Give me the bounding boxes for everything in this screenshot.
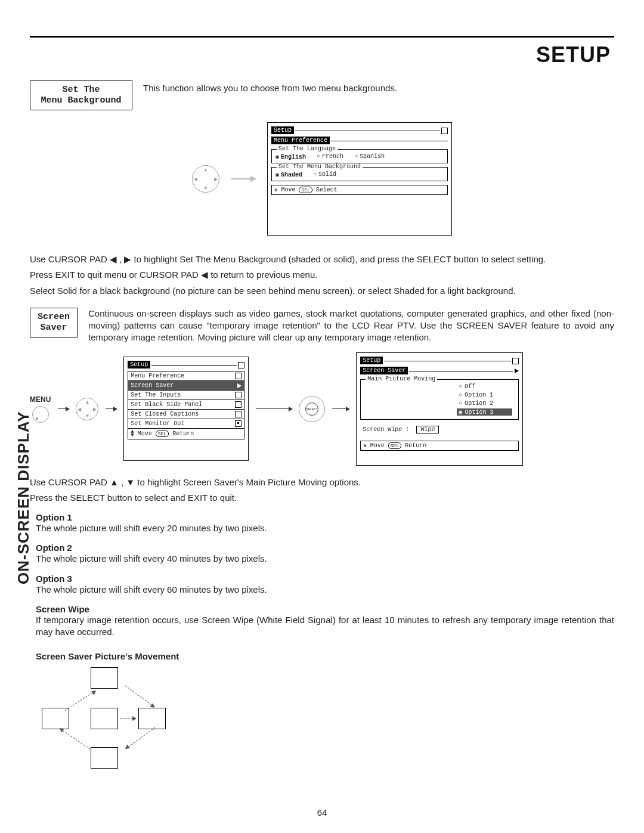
label-line: Set The (36, 85, 126, 95)
list-item[interactable]: Screen Saver (128, 381, 244, 391)
page-number: 64 (317, 807, 327, 817)
item-label: Set Monitor Out (131, 420, 184, 427)
section2-desc: Continuous on-screen displays such as vi… (88, 308, 614, 344)
screen-title: Setup (360, 357, 383, 364)
arrow-icon (231, 178, 255, 179)
movement-heading: Screen Saver Picture's Movement (36, 651, 614, 661)
arrow-icon (126, 727, 155, 749)
menu-label: MENU (30, 395, 51, 404)
body-text: Press EXIT to quit menu or CURSOR PAD ◀ … (30, 269, 614, 281)
sel-icon: SEL (156, 431, 169, 437)
movement-box (91, 708, 118, 729)
top-rule (30, 36, 614, 38)
option1-text: The whole picture will shift every 20 mi… (36, 522, 614, 534)
hint-bar: ▲▼ Move SEL Return (128, 429, 244, 439)
move-icon: ✥ (363, 442, 366, 449)
cursor-pad-icon: ▲▼ ◀▶ (192, 165, 219, 193)
item-label: Set Black Side Panel (131, 401, 202, 408)
chevron-right-icon (237, 383, 242, 388)
option-english[interactable]: English (275, 153, 306, 160)
screen-subtitle: Menu Preference (271, 137, 330, 144)
arrow-icon (332, 408, 349, 409)
option1-heading: Option 1 (36, 512, 614, 522)
body-text: Select Solid for a black background (no … (30, 285, 614, 297)
option-off[interactable]: Off (459, 383, 512, 390)
list-item[interactable]: Set Closed Captions (128, 410, 244, 419)
hint-return: Return (405, 442, 426, 449)
arrow-icon (60, 729, 90, 750)
square-icon (235, 420, 242, 427)
select-button-icon: SELECT (299, 396, 325, 422)
tv-screen-menu-preference: Setup Menu Preference Set The Language E… (267, 122, 452, 236)
tv-screen-setup-list: Setup Menu Preference Screen Saver Set T… (123, 357, 249, 461)
option-1[interactable]: Option 1 (459, 392, 512, 398)
square-icon (235, 373, 242, 379)
menu-button-icon (32, 406, 49, 423)
item-label: Set The Inputs (131, 392, 181, 398)
wipe-button[interactable]: Wipe (416, 426, 439, 433)
arrow-icon (106, 408, 116, 409)
hint-move: Move (281, 187, 295, 193)
hint-move: Move (138, 431, 152, 437)
arrow-icon (58, 408, 69, 409)
screen-wipe-heading: Screen Wipe (36, 604, 614, 614)
body-text: Press the SELECT button to select and EX… (30, 492, 614, 504)
language-group: Set The Language English French Spanish (271, 149, 448, 163)
label-line: Menu Background (36, 95, 126, 106)
square-icon (512, 358, 519, 364)
sel-icon: SEL (388, 442, 401, 449)
option-2[interactable]: Option 2 (459, 400, 512, 407)
list-item[interactable]: Set The Inputs (128, 391, 244, 400)
section-label-screen-saver: Screen Saver (30, 308, 78, 337)
hint-return: Return (172, 431, 194, 437)
group-legend: Set The Menu Background (277, 163, 363, 170)
square-icon (235, 401, 242, 408)
movement-diagram (36, 667, 173, 769)
chevron-right-icon (515, 368, 519, 373)
list-item[interactable]: Set Monitor Out (128, 419, 244, 429)
square-icon (235, 411, 242, 417)
main-picture-moving-group: Main Picture Moving Off Option 1 Option … (360, 379, 519, 420)
list-item[interactable]: Menu Preference (128, 371, 244, 381)
square-icon (235, 392, 242, 398)
item-label: Set Closed Captions (131, 411, 199, 417)
screen-title: Setup (128, 361, 150, 368)
hint-bar: ✥ Move SEL Select (271, 185, 448, 195)
updown-icon: ▲▼ (131, 430, 134, 438)
body-text: Use CURSOR PAD ◀ , ▶ to highlight Set Th… (30, 253, 614, 265)
label-line: Saver (36, 323, 71, 333)
option-solid[interactable]: Solid (313, 171, 336, 178)
arrow-icon (256, 408, 292, 409)
list-item[interactable]: Set Black Side Panel (128, 400, 244, 410)
arrow-icon (125, 686, 154, 707)
hint-select: Select (316, 187, 338, 193)
hint-move: Move (370, 442, 385, 449)
move-icon: ✥ (274, 187, 277, 193)
option-french[interactable]: French (317, 153, 343, 160)
square-icon (441, 128, 448, 134)
section-label-menu-background: Set The Menu Background (30, 80, 132, 110)
option-3[interactable]: Option 3 (457, 408, 512, 416)
section1-desc: This function allows you to choose from … (143, 80, 397, 93)
square-icon (238, 362, 244, 368)
cursor-pad-icon: ▲▼ ◀▶ (76, 398, 98, 420)
item-label: Menu Preference (131, 373, 184, 379)
label-line: Screen (36, 312, 71, 323)
side-tab-label: ON-SCREEN DISPLAY (14, 411, 33, 584)
arrow-icon (120, 718, 135, 719)
screen-subtitle: Screen Saver (360, 367, 408, 374)
hint-bar: ✥ Move SEL Return (360, 441, 519, 451)
group-legend: Set The Language (277, 145, 338, 152)
select-inner-label: SELECT (305, 402, 318, 416)
movement-box (138, 708, 166, 729)
option-spanish[interactable]: Spanish (354, 153, 385, 160)
movement-box (91, 667, 118, 689)
background-group: Set The Menu Background Shaded Solid (271, 167, 448, 181)
screen-title: Setup (271, 126, 294, 134)
screen-wipe-text: If temporary image retention occurs, use… (36, 614, 614, 639)
option-shaded[interactable]: Shaded (275, 171, 302, 178)
movement-box (91, 747, 118, 769)
option2-text: The whole picture will shift every 40 mi… (36, 553, 614, 565)
body-text: Use CURSOR PAD ▲ , ▼ to highlight Screen… (30, 476, 614, 488)
tv-screen-screen-saver: Setup Screen Saver Main Picture Moving O… (356, 352, 523, 466)
